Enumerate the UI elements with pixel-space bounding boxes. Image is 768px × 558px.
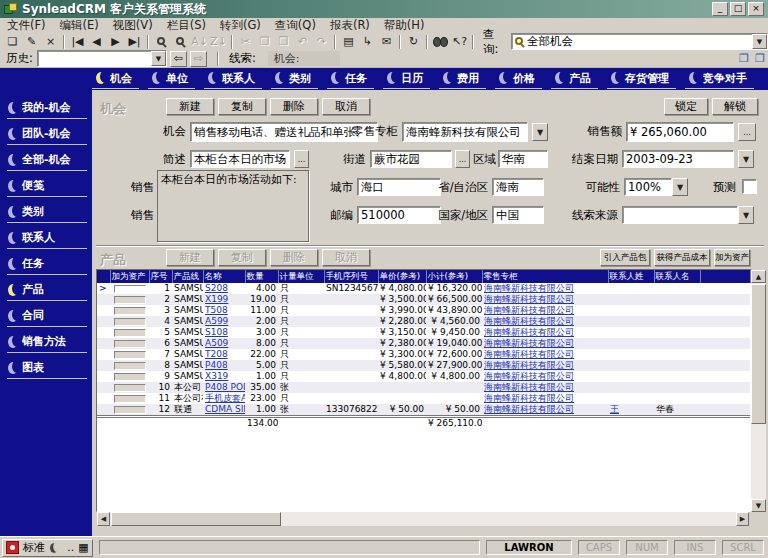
vertical-scrollbar[interactable]: ▲ ▼ xyxy=(751,270,766,512)
query-dropdown-icon[interactable]: ▼ xyxy=(752,34,767,49)
scroll-up-icon[interactable]: ▲ xyxy=(751,270,766,283)
context-help-button[interactable]: ↖? xyxy=(450,34,469,50)
scroll-down-icon[interactable]: ▼ xyxy=(751,499,766,512)
column-header-9[interactable]: 小计(参考) xyxy=(426,270,482,283)
table-row[interactable]: 8SAMSUNGP4085.00只¥ 5,580.00¥ 27,900.00海南… xyxy=(97,360,750,371)
column-header-12[interactable]: 联系人名 xyxy=(654,270,700,283)
sidebar-item-all-opportunity[interactable]: 全部-机会 xyxy=(7,151,87,171)
product-name-link[interactable]: A509 xyxy=(205,338,228,348)
sidebar-item-my-opportunity[interactable]: 我的-机会 xyxy=(7,99,87,119)
asset-checkbox[interactable] xyxy=(114,384,146,392)
tab-product[interactable]: 产品 xyxy=(551,70,598,89)
product-name-link[interactable]: P408 POP xyxy=(205,382,245,392)
product-name-link[interactable]: S208 xyxy=(205,283,228,293)
retail-counter-link[interactable]: 海南蜂新科技有限公司 xyxy=(484,360,574,370)
retail-counter-link[interactable]: 海南蜂新科技有限公司 xyxy=(484,294,574,304)
column-header-4[interactable]: 名称 xyxy=(203,270,245,283)
menu-query[interactable]: 查询(Q) xyxy=(268,18,323,33)
column-header-3[interactable]: 产品线 xyxy=(172,270,203,283)
tab-task[interactable]: 任务 xyxy=(327,70,374,89)
opportunity-copy-button[interactable]: 复制 xyxy=(218,98,266,115)
asset-checkbox[interactable] xyxy=(114,362,146,370)
menu-help[interactable]: 帮助(H) xyxy=(377,18,432,33)
product-name-link[interactable]: 手机皮套A xyxy=(205,393,245,403)
get-product-cost-button[interactable]: 获得产品成本 xyxy=(654,249,710,266)
new-record-button[interactable]: ❏ xyxy=(3,34,22,50)
asset-checkbox[interactable] xyxy=(114,373,146,381)
asset-checkbox[interactable] xyxy=(114,395,146,403)
horizontal-scrollbar[interactable]: ◀ ▶ xyxy=(97,512,749,526)
soft-keyboard-icon[interactable]: ▦ xyxy=(78,541,88,554)
asset-checkbox[interactable] xyxy=(114,307,146,315)
tab-expense[interactable]: 费用 xyxy=(439,70,486,89)
delete-record-button[interactable]: × xyxy=(41,34,60,50)
sidebar-item-contracts[interactable]: 合同 xyxy=(7,307,87,327)
product-name-link[interactable]: T508 xyxy=(205,305,228,315)
tab-opportunity[interactable]: 机会 xyxy=(92,70,139,89)
sort-ascending-button[interactable]: A↓ xyxy=(190,34,209,50)
retail-counter-link[interactable]: 海南蜂新科技有限公司 xyxy=(484,382,574,392)
tab-calendar[interactable]: 日历 xyxy=(383,70,430,89)
send-mail-button[interactable]: ✉ xyxy=(377,34,396,50)
table-row[interactable]: 7SAMSUNGT20822.00只¥ 3,300.00¥ 72,600.00海… xyxy=(97,349,750,360)
cut-button[interactable]: ✂ xyxy=(236,34,255,50)
half-full-width-icon[interactable] xyxy=(50,543,58,553)
sidebar-item-contacts[interactable]: 联系人 xyxy=(7,229,87,249)
redo-button[interactable]: ↷ xyxy=(312,34,331,50)
close-date-input[interactable] xyxy=(622,150,734,168)
country-input[interactable] xyxy=(492,206,544,224)
retail-counter-link[interactable]: 海南蜂新科技有限公司 xyxy=(484,393,574,403)
probability-input[interactable] xyxy=(624,178,672,196)
table-row[interactable]: 2SAMSUNGX19919.00只¥ 3,500.00¥ 66,500.00海… xyxy=(97,294,750,305)
tab-contacts[interactable]: 联系人 xyxy=(204,70,262,89)
opportunity-delete-button[interactable]: 删除 xyxy=(270,98,318,115)
asset-checkbox[interactable] xyxy=(114,318,146,326)
table-row[interactable]: 3SAMSUNGT50811.00只¥ 3,990.00¥ 43,890.00海… xyxy=(97,305,750,316)
opportunity-new-button[interactable]: 新建 xyxy=(166,98,214,115)
column-header-8[interactable]: 单价(参考) xyxy=(378,270,426,283)
minimize-button[interactable]: _ xyxy=(712,2,728,16)
street-ellipsis-button[interactable]: ... xyxy=(455,150,470,168)
copy-button[interactable]: ❐ xyxy=(255,34,274,50)
brief-input[interactable] xyxy=(190,150,290,168)
sidebar-item-products[interactable]: 产品 xyxy=(7,281,87,301)
import-product-package-button[interactable]: 引入产品包 xyxy=(600,249,650,266)
tab-price[interactable]: 价格 xyxy=(495,70,542,89)
column-header-1[interactable]: 加为资产 xyxy=(110,270,149,283)
province-input[interactable] xyxy=(492,178,544,196)
sidebar-item-team-opportunity[interactable]: 团队-机会 xyxy=(7,125,87,145)
ime-logo-icon[interactable] xyxy=(6,541,19,554)
city-input[interactable] xyxy=(357,178,441,196)
product-name-link[interactable]: X199 xyxy=(205,294,228,304)
query-combobox[interactable]: 全部机会 ▼ xyxy=(511,33,768,50)
table-row[interactable]: 5SAMSUNGS1083.00只¥ 3,150.00¥ 9,450.00海南蜂… xyxy=(97,327,750,338)
street-input[interactable] xyxy=(370,150,452,168)
close-date-dropdown-button[interactable]: ▼ xyxy=(738,150,754,168)
table-row[interactable]: 9SAMSUNGX3191.00只¥ 4,800.00¥ 4,800.00海南蜂… xyxy=(97,371,750,382)
product-delete-button[interactable]: 删除 xyxy=(270,249,318,266)
sidebar-item-notes[interactable]: 便笺 xyxy=(7,177,87,197)
previous-record-button[interactable]: ◀ xyxy=(87,34,106,50)
brief-memo-popup[interactable]: 本柜台本日的市场活动如下: xyxy=(157,170,309,242)
menu-file[interactable]: 文件(F) xyxy=(0,18,53,33)
column-header-10[interactable]: 零售专柜 xyxy=(482,270,608,283)
retail-counter-link[interactable]: 海南蜂新科技有限公司 xyxy=(484,327,574,337)
sales-amount-ellipsis-button[interactable]: ... xyxy=(738,123,756,141)
sidebar-item-tasks[interactable]: 任务 xyxy=(7,255,87,275)
table-row[interactable]: 4SAMSUNGA5992.00只¥ 2,280.00¥ 4,560.00海南蜂… xyxy=(97,316,750,327)
ime-toolbar[interactable]: 标准 ‥ ▦ xyxy=(2,539,93,557)
vertical-scroll-thumb[interactable] xyxy=(751,284,766,424)
lead-source-input[interactable] xyxy=(622,206,738,224)
retail-counter-link[interactable]: 海南蜂新科技有限公司 xyxy=(484,316,574,326)
retail-counter-link[interactable]: 海南蜂新科技有限公司 xyxy=(484,349,574,359)
add-as-asset-button[interactable]: 加为资产 xyxy=(714,249,750,266)
product-name-link[interactable]: A599 xyxy=(205,316,228,326)
refresh-button[interactable]: ↻ xyxy=(404,34,423,50)
print-button[interactable]: ▤ xyxy=(339,34,358,50)
column-header-7[interactable]: 手机序列号 xyxy=(324,270,378,283)
product-copy-button[interactable]: 复制 xyxy=(218,249,266,266)
next-record-button[interactable]: ▶ xyxy=(106,34,125,50)
tab-competitor[interactable]: 竞争对手 xyxy=(685,70,754,89)
unlock-button[interactable]: 解锁 xyxy=(712,98,758,115)
child-window-icon[interactable]: ❐ xyxy=(736,51,752,67)
